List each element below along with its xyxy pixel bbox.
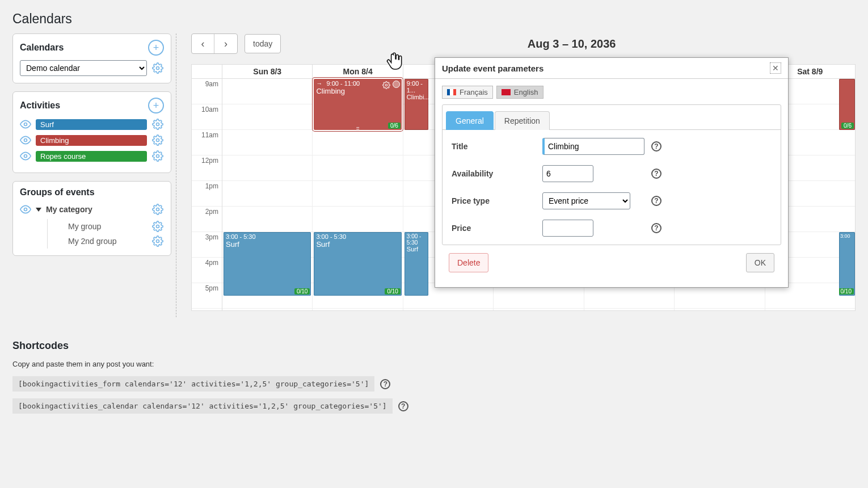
event-surf-sun[interactable]: 3:00 - 5:30 Surf 0/10: [224, 232, 311, 296]
groups-panel: Groups of events My category My group My…: [12, 181, 171, 256]
event-select-handle[interactable]: [393, 81, 400, 88]
activity-climbing-settings[interactable]: [151, 134, 164, 146]
next-week-button[interactable]: ›: [214, 34, 237, 53]
hour-label: 1pm: [192, 181, 222, 207]
event-climbing-tue[interactable]: 9:00 - 1... Climbi...: [404, 79, 428, 130]
date-range: Aug 3 – 10, 2036: [288, 37, 856, 51]
visibility-toggle-ropes[interactable]: [20, 150, 31, 162]
visibility-toggle-surf[interactable]: [20, 119, 31, 130]
page-title: Calendars: [0, 0, 868, 33]
shortcodes-title: Shortcodes: [12, 340, 856, 352]
today-button[interactable]: today: [245, 34, 281, 53]
svg-point-6: [157, 155, 159, 158]
group-category[interactable]: My category: [46, 205, 147, 214]
help-shortcode-form-icon[interactable]: ?: [380, 379, 390, 389]
hour-label: 2pm: [192, 207, 222, 232]
group-item-1[interactable]: My group: [47, 219, 164, 234]
svg-point-5: [24, 155, 27, 158]
event-climbing-mon[interactable]: → 9:00 - 11:00 Climbing 0/6 =: [314, 79, 401, 130]
activity-surf-settings[interactable]: [151, 118, 164, 131]
title-input[interactable]: [542, 138, 644, 155]
flag-en-icon: [502, 89, 511, 95]
svg-point-1: [24, 123, 27, 126]
shortcode-calendar[interactable]: [bookingactivities_calendar calendars='1…: [12, 398, 393, 414]
visibility-toggle-category[interactable]: [20, 204, 31, 215]
help-shortcode-calendar-icon[interactable]: ?: [398, 401, 408, 411]
svg-point-7: [24, 208, 27, 211]
add-activity-button[interactable]: +: [148, 98, 164, 113]
price-type-select[interactable]: Event price: [542, 192, 630, 209]
resize-handle-icon[interactable]: =: [354, 128, 362, 129]
activity-ropes[interactable]: Ropes course: [36, 151, 147, 162]
calendar-settings-button[interactable]: [151, 62, 164, 74]
day-header-sun: Sun 8/3: [222, 65, 313, 78]
flag-fr-icon: [447, 89, 456, 95]
svg-point-9: [157, 225, 159, 228]
availability-label: Availability: [452, 169, 542, 178]
svg-point-3: [24, 139, 27, 142]
event-climbing-sat[interactable]: 0/6: [839, 79, 855, 130]
hour-label: 4pm: [192, 258, 222, 283]
activities-panel: Activities + Surf Climbing Ropes course: [12, 91, 171, 173]
hour-label: 10am: [192, 104, 222, 130]
svg-point-10: [157, 240, 159, 243]
help-availability-icon[interactable]: ?: [651, 169, 661, 179]
activity-surf[interactable]: Surf: [36, 119, 147, 130]
availability-input[interactable]: [542, 165, 593, 182]
svg-point-8: [157, 208, 159, 211]
expand-toggle-icon[interactable]: [36, 208, 41, 212]
event-gear-icon[interactable]: [382, 81, 390, 89]
help-price-type-icon[interactable]: ?: [651, 196, 661, 206]
event-dialog: Update event parameters ✕ Français Engli…: [435, 57, 789, 288]
svg-point-11: [385, 84, 387, 86]
hour-label: 11am: [192, 130, 222, 155]
add-calendar-button[interactable]: +: [148, 40, 164, 56]
calendars-title: Calendars: [20, 43, 64, 53]
hour-label: 5pm: [192, 283, 222, 309]
event-surf-mon[interactable]: 3:00 - 5:30 Surf 0/10: [314, 232, 401, 296]
calendar-select[interactable]: Demo calendar: [20, 60, 147, 76]
hour-label: 9am: [192, 79, 222, 104]
shortcodes-desc: Copy and paste them in any post you want…: [12, 360, 856, 368]
svg-point-4: [157, 139, 159, 142]
delete-button[interactable]: Delete: [449, 253, 488, 272]
price-type-label: Price type: [452, 196, 542, 205]
price-input[interactable]: [542, 220, 593, 237]
tab-general[interactable]: General: [446, 111, 494, 130]
activity-climbing[interactable]: Climbing: [36, 135, 147, 146]
dialog-title: Update event parameters: [442, 64, 543, 73]
group-item-1-settings[interactable]: [151, 220, 164, 233]
panel-divider: [176, 33, 176, 317]
event-surf-tue[interactable]: 3:00 - 5:30 Surf: [404, 232, 428, 296]
activity-ropes-settings[interactable]: [151, 150, 164, 162]
repeat-arrow-icon: →: [316, 80, 322, 87]
group-category-settings[interactable]: [151, 203, 164, 216]
shortcode-form[interactable]: [bookingactivities_form calendars='12' a…: [12, 376, 374, 392]
help-price-icon[interactable]: ?: [651, 223, 661, 233]
calendars-panel: Calendars + Demo calendar: [12, 33, 171, 83]
prev-week-button[interactable]: ‹: [192, 34, 214, 53]
event-surf-sat[interactable]: 3:00 0/10: [839, 232, 855, 296]
lang-tab-fr[interactable]: Français: [442, 86, 493, 99]
cursor-hand-icon: [385, 51, 404, 71]
hour-label: 12pm: [192, 155, 222, 181]
group-item-2-settings[interactable]: [151, 235, 164, 247]
groups-title: Groups of events: [20, 187, 95, 197]
group-item-2[interactable]: My 2nd group: [47, 234, 164, 249]
dialog-close-button[interactable]: ✕: [770, 62, 781, 74]
title-label: Title: [452, 142, 542, 151]
ok-button[interactable]: OK: [746, 253, 774, 272]
activities-title: Activities: [20, 100, 60, 111]
lang-tab-en[interactable]: English: [496, 86, 543, 99]
svg-point-2: [157, 123, 159, 126]
hour-label: 3pm: [192, 232, 222, 258]
help-title-icon[interactable]: ?: [651, 141, 661, 152]
svg-point-0: [157, 67, 159, 70]
tab-repetition[interactable]: Repetition: [495, 111, 550, 130]
visibility-toggle-climbing[interactable]: [20, 134, 31, 146]
price-label: Price: [452, 224, 542, 233]
